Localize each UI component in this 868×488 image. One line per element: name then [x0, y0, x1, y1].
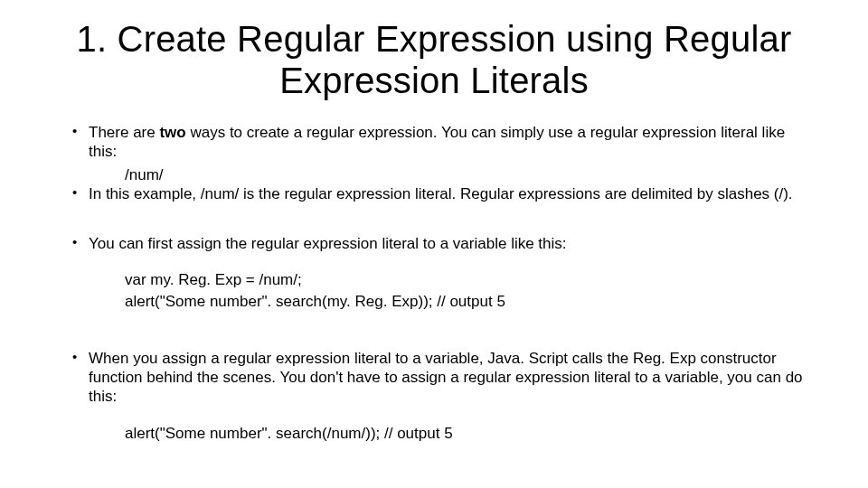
bullet-1: There are two ways to create a regular e…	[72, 123, 814, 162]
bullet-list-2: In this example, /num/ is the regular ex…	[54, 184, 814, 203]
bullet-list-4: When you assign a regular expression lit…	[54, 349, 814, 407]
code-block-2a: var my. Reg. Exp = /num/;	[125, 269, 814, 291]
bullet-1-bold: two	[159, 124, 185, 141]
slide-title: 1. Create Regular Expression using Regul…	[54, 18, 814, 101]
bullet-2: In this example, /num/ is the regular ex…	[72, 184, 814, 203]
bullet-1-pre: There are	[89, 124, 159, 141]
bullet-list: There are two ways to create a regular e…	[54, 123, 814, 162]
bullet-3: You can first assign the regular express…	[72, 234, 814, 253]
bullet-4: When you assign a regular expression lit…	[72, 349, 814, 407]
bullet-1-post: ways to create a regular expression. You…	[89, 124, 785, 160]
bullet-list-3: You can first assign the regular express…	[54, 234, 814, 253]
slide: 1. Create Regular Expression using Regul…	[0, 0, 868, 488]
code-block-1: /num/	[125, 165, 814, 184]
code-block-3: alert("Some number". search(/num/)); // …	[125, 423, 814, 445]
code-block-2b: alert("Some number". search(my. Reg. Exp…	[125, 291, 814, 313]
